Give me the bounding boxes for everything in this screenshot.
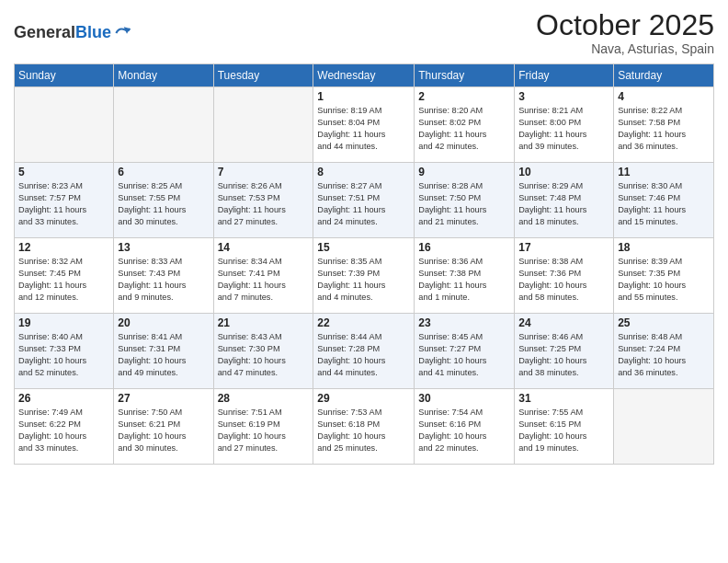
cell-w3-d3: 22Sunrise: 8:44 AM Sunset: 7:28 PM Dayli… <box>313 314 415 389</box>
cell-w2-d6: 18Sunrise: 8:39 AM Sunset: 7:35 PM Dayli… <box>614 238 714 314</box>
header-wednesday: Wednesday <box>313 64 415 87</box>
day-number: 12 <box>18 241 109 254</box>
day-info: Sunrise: 8:39 AM Sunset: 7:35 PM Dayligh… <box>618 256 710 304</box>
day-number: 30 <box>418 392 510 405</box>
cell-w0-d5: 3Sunrise: 8:21 AM Sunset: 8:00 PM Daylig… <box>515 87 614 163</box>
day-number: 1 <box>317 90 410 103</box>
cell-w4-d5: 31Sunrise: 7:55 AM Sunset: 6:15 PM Dayli… <box>515 389 614 465</box>
logo: GeneralBlue <box>14 24 131 42</box>
day-info: Sunrise: 8:35 AM Sunset: 7:39 PM Dayligh… <box>317 256 410 304</box>
day-number: 25 <box>618 316 710 329</box>
cell-w0-d6: 4Sunrise: 8:22 AM Sunset: 7:58 PM Daylig… <box>614 87 714 163</box>
day-number: 29 <box>317 392 410 405</box>
calendar-table: Sunday Monday Tuesday Wednesday Thursday… <box>14 63 714 465</box>
day-number: 26 <box>18 392 109 405</box>
day-info: Sunrise: 8:45 AM Sunset: 7:27 PM Dayligh… <box>418 331 510 379</box>
logo-icon <box>113 24 131 42</box>
cell-w1-d3: 8Sunrise: 8:27 AM Sunset: 7:51 PM Daylig… <box>313 163 415 238</box>
week-row-0: 1Sunrise: 8:19 AM Sunset: 8:04 PM Daylig… <box>15 87 714 163</box>
day-info: Sunrise: 8:33 AM Sunset: 7:43 PM Dayligh… <box>118 256 209 304</box>
cell-w2-d3: 15Sunrise: 8:35 AM Sunset: 7:39 PM Dayli… <box>313 238 415 314</box>
cell-w1-d4: 9Sunrise: 8:28 AM Sunset: 7:50 PM Daylig… <box>415 163 515 238</box>
day-info: Sunrise: 8:36 AM Sunset: 7:38 PM Dayligh… <box>418 256 510 304</box>
page: GeneralBlue October 2025 Nava, Asturias,… <box>0 0 728 563</box>
day-info: Sunrise: 8:21 AM Sunset: 8:00 PM Dayligh… <box>518 105 609 153</box>
day-info: Sunrise: 8:40 AM Sunset: 7:33 PM Dayligh… <box>18 331 109 379</box>
location: Nava, Asturias, Spain <box>536 41 714 56</box>
day-number: 13 <box>118 241 209 254</box>
day-number: 27 <box>118 392 209 405</box>
cell-w2-d5: 17Sunrise: 8:38 AM Sunset: 7:36 PM Dayli… <box>515 238 614 314</box>
header-tuesday: Tuesday <box>213 64 313 87</box>
header-thursday: Thursday <box>415 64 515 87</box>
day-number: 5 <box>18 166 109 178</box>
logo-general: General <box>14 23 75 41</box>
day-info: Sunrise: 8:34 AM Sunset: 7:41 PM Dayligh… <box>218 256 310 304</box>
day-number: 22 <box>317 316 410 329</box>
header-friday: Friday <box>515 64 614 87</box>
cell-w3-d4: 23Sunrise: 8:45 AM Sunset: 7:27 PM Dayli… <box>415 314 515 389</box>
day-info: Sunrise: 7:50 AM Sunset: 6:21 PM Dayligh… <box>118 407 209 454</box>
cell-w4-d3: 29Sunrise: 7:53 AM Sunset: 6:18 PM Dayli… <box>313 389 415 465</box>
week-row-1: 5Sunrise: 8:23 AM Sunset: 7:57 PM Daylig… <box>15 163 714 238</box>
day-info: Sunrise: 8:28 AM Sunset: 7:50 PM Dayligh… <box>418 180 510 228</box>
day-number: 28 <box>218 392 310 405</box>
header-saturday: Saturday <box>614 64 714 87</box>
header-monday: Monday <box>114 64 213 87</box>
day-number: 8 <box>317 166 410 178</box>
cell-w2-d0: 12Sunrise: 8:32 AM Sunset: 7:45 PM Dayli… <box>15 238 114 314</box>
day-number: 11 <box>618 166 710 178</box>
header: GeneralBlue October 2025 Nava, Asturias,… <box>14 9 714 56</box>
day-number: 16 <box>418 241 510 254</box>
day-info: Sunrise: 7:49 AM Sunset: 6:22 PM Dayligh… <box>18 407 109 454</box>
cell-w3-d5: 24Sunrise: 8:46 AM Sunset: 7:25 PM Dayli… <box>515 314 614 389</box>
day-info: Sunrise: 7:54 AM Sunset: 6:16 PM Dayligh… <box>418 407 510 454</box>
week-row-2: 12Sunrise: 8:32 AM Sunset: 7:45 PM Dayli… <box>15 238 714 314</box>
day-number: 23 <box>418 316 510 329</box>
cell-w0-d2 <box>213 87 313 163</box>
cell-w2-d2: 14Sunrise: 8:34 AM Sunset: 7:41 PM Dayli… <box>213 238 313 314</box>
day-info: Sunrise: 8:32 AM Sunset: 7:45 PM Dayligh… <box>18 256 109 304</box>
cell-w2-d4: 16Sunrise: 8:36 AM Sunset: 7:38 PM Dayli… <box>415 238 515 314</box>
day-number: 2 <box>418 90 510 103</box>
day-number: 24 <box>518 316 609 329</box>
cell-w1-d2: 7Sunrise: 8:26 AM Sunset: 7:53 PM Daylig… <box>213 163 313 238</box>
day-info: Sunrise: 8:41 AM Sunset: 7:31 PM Dayligh… <box>118 331 209 379</box>
cell-w4-d4: 30Sunrise: 7:54 AM Sunset: 6:16 PM Dayli… <box>415 389 515 465</box>
day-info: Sunrise: 8:38 AM Sunset: 7:36 PM Dayligh… <box>518 256 609 304</box>
cell-w4-d0: 26Sunrise: 7:49 AM Sunset: 6:22 PM Dayli… <box>15 389 114 465</box>
cell-w1-d5: 10Sunrise: 8:29 AM Sunset: 7:48 PM Dayli… <box>515 163 614 238</box>
day-number: 17 <box>518 241 609 254</box>
day-number: 3 <box>518 90 609 103</box>
day-info: Sunrise: 7:53 AM Sunset: 6:18 PM Dayligh… <box>317 407 410 454</box>
day-info: Sunrise: 8:44 AM Sunset: 7:28 PM Dayligh… <box>317 331 410 379</box>
day-info: Sunrise: 8:22 AM Sunset: 7:58 PM Dayligh… <box>618 105 710 153</box>
day-info: Sunrise: 8:23 AM Sunset: 7:57 PM Dayligh… <box>18 180 109 228</box>
day-number: 20 <box>118 316 209 329</box>
cell-w3-d6: 25Sunrise: 8:48 AM Sunset: 7:24 PM Dayli… <box>614 314 714 389</box>
day-info: Sunrise: 8:19 AM Sunset: 8:04 PM Dayligh… <box>317 105 410 153</box>
cell-w3-d0: 19Sunrise: 8:40 AM Sunset: 7:33 PM Dayli… <box>15 314 114 389</box>
cell-w4-d6 <box>614 389 714 465</box>
cell-w1-d1: 6Sunrise: 8:25 AM Sunset: 7:55 PM Daylig… <box>114 163 213 238</box>
week-row-4: 26Sunrise: 7:49 AM Sunset: 6:22 PM Dayli… <box>15 389 714 465</box>
day-info: Sunrise: 8:46 AM Sunset: 7:25 PM Dayligh… <box>518 331 609 379</box>
day-info: Sunrise: 8:29 AM Sunset: 7:48 PM Dayligh… <box>518 180 609 228</box>
title-block: October 2025 Nava, Asturias, Spain <box>536 9 714 56</box>
day-number: 14 <box>218 241 310 254</box>
cell-w1-d0: 5Sunrise: 8:23 AM Sunset: 7:57 PM Daylig… <box>15 163 114 238</box>
day-info: Sunrise: 7:51 AM Sunset: 6:19 PM Dayligh… <box>218 407 310 454</box>
logo-blue: Blue <box>75 23 111 41</box>
day-number: 4 <box>618 90 710 103</box>
day-number: 31 <box>518 392 609 405</box>
day-info: Sunrise: 8:26 AM Sunset: 7:53 PM Dayligh… <box>218 180 310 228</box>
cell-w3-d2: 21Sunrise: 8:43 AM Sunset: 7:30 PM Dayli… <box>213 314 313 389</box>
cell-w0-d0 <box>15 87 114 163</box>
day-number: 21 <box>218 316 310 329</box>
day-info: Sunrise: 8:27 AM Sunset: 7:51 PM Dayligh… <box>317 180 410 228</box>
day-info: Sunrise: 8:48 AM Sunset: 7:24 PM Dayligh… <box>618 331 710 379</box>
day-number: 6 <box>118 166 209 178</box>
weekday-header-row: Sunday Monday Tuesday Wednesday Thursday… <box>15 64 714 87</box>
cell-w0-d1 <box>114 87 213 163</box>
cell-w3-d1: 20Sunrise: 8:41 AM Sunset: 7:31 PM Dayli… <box>114 314 213 389</box>
